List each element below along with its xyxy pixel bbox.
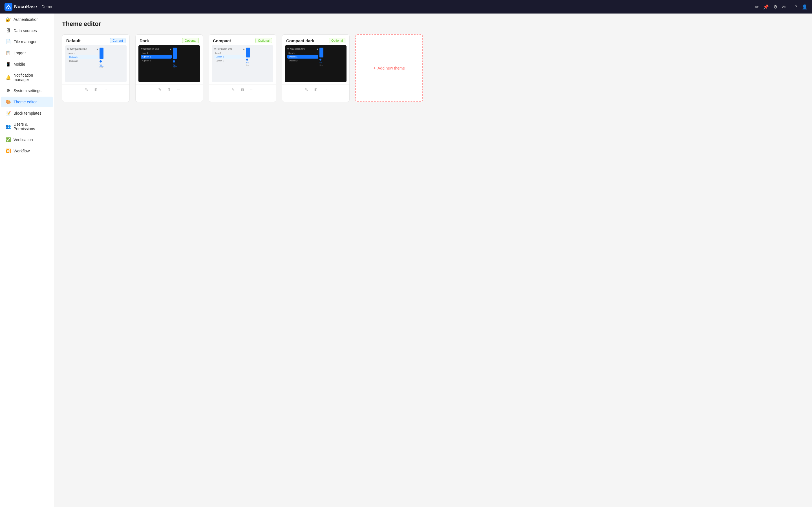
pin-icon[interactable]: 📌 — [763, 4, 769, 10]
svg-point-1 — [8, 8, 9, 9]
edit-button-compact[interactable]: ✎ — [232, 87, 235, 92]
theme-card-header-compact: Compact Optional — [209, 35, 276, 45]
theme-name-default: Default — [66, 38, 81, 43]
sidebar-item-workflow[interactable]: 🔀 Workflow — [1, 146, 53, 156]
user-icon[interactable]: 👤 — [802, 4, 808, 10]
sidebar: 🔐 Authentication 🗄 Data sources 📄 File m… — [0, 13, 54, 507]
sidebar-item-theme-editor[interactable]: 🎨 Theme editor — [1, 97, 53, 107]
preview-right-compact-dark: Tab Con — [319, 48, 323, 80]
sidebar-item-notification-manager[interactable]: 🔔 Notification manager — [1, 70, 53, 85]
theme-preview-compact-dark: ✉ Navigation One ▲ Item 1 Option 1 Optio… — [285, 45, 347, 82]
main-content: Theme editor Default Current ✉ Navigatio… — [54, 13, 812, 507]
preview-item-dark: Item 1 — [141, 51, 172, 55]
theme-preview-compact: ✉ Navigation One ▲ Item 1 Option 1 Optio… — [212, 45, 273, 82]
mobile-icon: 📱 — [6, 62, 11, 67]
topnav-icon-group: ✏ 📌 ⚙ ✉ ? 👤 — [755, 4, 808, 10]
preview-radio-compact — [246, 59, 248, 61]
preview-option1-compact-dark: Option 1 — [287, 55, 318, 59]
preview-option2-compact-dark: Option 2 — [287, 59, 318, 62]
delete-button-dark[interactable]: 🗑 — [167, 87, 171, 92]
edit-button-default[interactable]: ✎ — [85, 87, 88, 92]
sidebar-item-logger[interactable]: 📋 Logger — [1, 48, 53, 58]
edit-button-dark[interactable]: ✎ — [158, 87, 161, 92]
more-button-compact-dark[interactable]: ··· — [323, 87, 327, 92]
add-theme-card[interactable]: + Add new theme — [355, 34, 423, 102]
sidebar-item-authentication[interactable]: 🔐 Authentication — [1, 14, 53, 25]
themes-grid: Default Current ✉ Navigation One ▲ Item … — [62, 34, 804, 102]
preview-sidebar-dark: ✉ Navigation One ▲ Item 1 Option 1 Optio… — [141, 48, 172, 80]
more-button-dark[interactable]: ··· — [177, 87, 180, 92]
preview-sidebar-default: ✉ Navigation One ▲ Item 1 Option 1 Optio… — [67, 48, 98, 80]
preview-tab-compact: Tab Con — [246, 62, 250, 66]
logger-icon: 📋 — [6, 50, 11, 55]
sidebar-label-notification: Notification manager — [13, 73, 48, 82]
theme-card-header-dark: Dark Optional — [136, 35, 203, 45]
sidebar-label-logger: Logger — [13, 51, 26, 55]
data-sources-icon: 🗄 — [6, 28, 11, 33]
more-button-default[interactable]: ··· — [103, 87, 107, 92]
sidebar-label-authentication: Authentication — [13, 17, 39, 22]
theme-editor-icon: 🎨 — [6, 100, 11, 105]
theme-badge-compact: Optional — [255, 38, 272, 43]
preview-right-dark: Tab Con — [173, 48, 177, 80]
preview-nav-default: ✉ Navigation One ▲ — [67, 48, 98, 50]
theme-name-compact-dark: Compact dark — [286, 38, 314, 43]
preview-accent-compact — [246, 48, 250, 57]
sidebar-label-workflow: Workflow — [13, 149, 30, 153]
theme-card-dark: Dark Optional ✉ Navigation One ▲ Item 1 … — [135, 34, 203, 102]
more-button-compact[interactable]: ··· — [250, 87, 253, 92]
sidebar-label-verification: Verification — [13, 137, 33, 142]
help-icon[interactable]: ? — [795, 4, 797, 9]
nav-divider — [790, 4, 790, 10]
add-theme-label: Add new theme — [377, 66, 405, 70]
theme-card-default: Default Current ✉ Navigation One ▲ Item … — [62, 34, 130, 102]
sidebar-label-data-sources: Data sources — [13, 29, 37, 33]
delete-button-compact[interactable]: 🗑 — [241, 87, 245, 92]
theme-actions-compact: ✎ 🗑 ··· — [209, 84, 276, 95]
sidebar-item-block-templates[interactable]: 📝 Block templates — [1, 108, 53, 119]
sidebar-item-mobile[interactable]: 📱 Mobile — [1, 59, 53, 69]
preview-item-default: Item 1 — [67, 52, 98, 55]
preview-tab-compact-dark: Tab Con — [319, 62, 323, 66]
theme-card-compact: Compact Optional ✉ Navigation One ▲ Item… — [209, 34, 276, 102]
theme-preview-dark: ✉ Navigation One ▲ Item 1 Option 1 Optio… — [139, 45, 200, 82]
svg-rect-0 — [4, 3, 12, 11]
notification-icon: 🔔 — [6, 75, 11, 80]
preview-nav-compact: ✉ Navigation One ▲ — [214, 48, 245, 50]
preview-tab-dark: Tab Con — [173, 64, 177, 68]
preview-radio-dark — [173, 60, 175, 62]
preview-right-default: Tab Con — [100, 48, 103, 80]
theme-badge-dark: Optional — [182, 38, 199, 43]
workflow-icon: 🔀 — [6, 149, 11, 154]
authentication-icon: 🔐 — [6, 17, 11, 22]
sidebar-item-users-permissions[interactable]: 👥 Users & Permissions — [1, 119, 53, 134]
sidebar-item-file-manager[interactable]: 📄 File manager — [1, 36, 53, 47]
sidebar-item-system-settings[interactable]: ⚙ System settings — [1, 86, 53, 96]
file-manager-icon: 📄 — [6, 39, 11, 44]
sidebar-item-verification[interactable]: ✅ Verification — [1, 134, 53, 145]
sidebar-label-mobile: Mobile — [13, 62, 25, 66]
sidebar-label-file-manager: File manager — [13, 40, 37, 44]
app-layout: 🔐 Authentication 🗄 Data sources 📄 File m… — [0, 13, 812, 507]
system-settings-icon: ⚙ — [6, 88, 11, 93]
logo[interactable]: NocoBase — [4, 3, 37, 11]
preview-radio-compact-dark — [319, 59, 321, 61]
sidebar-item-data-sources[interactable]: 🗄 Data sources — [1, 25, 53, 36]
brush-icon[interactable]: ✏ — [755, 4, 759, 10]
preview-option1-default: Option 1 — [67, 55, 98, 59]
theme-card-compact-dark: Compact dark Optional ✉ Navigation One ▲… — [282, 34, 350, 102]
preview-option1-dark: Option 1 — [141, 55, 172, 59]
delete-button-compact-dark[interactable]: 🗑 — [314, 87, 318, 92]
sidebar-label-block-templates: Block templates — [13, 111, 42, 115]
settings-icon[interactable]: ⚙ — [773, 4, 777, 10]
edit-button-compact-dark[interactable]: ✎ — [305, 87, 308, 92]
theme-preview-default: ✉ Navigation One ▲ Item 1 Option 1 Optio… — [65, 45, 126, 82]
preview-accent-default — [100, 48, 103, 59]
add-theme-inner: + Add new theme — [373, 66, 405, 71]
delete-button-default[interactable]: 🗑 — [94, 87, 98, 92]
mail-icon[interactable]: ✉ — [782, 4, 785, 10]
preview-option2-dark: Option 2 — [141, 59, 172, 62]
preview-item-compact-dark: Item 1 — [287, 51, 318, 55]
preview-item-compact: Item 1 — [214, 51, 245, 55]
preview-right-compact: Tab Con — [246, 48, 250, 80]
